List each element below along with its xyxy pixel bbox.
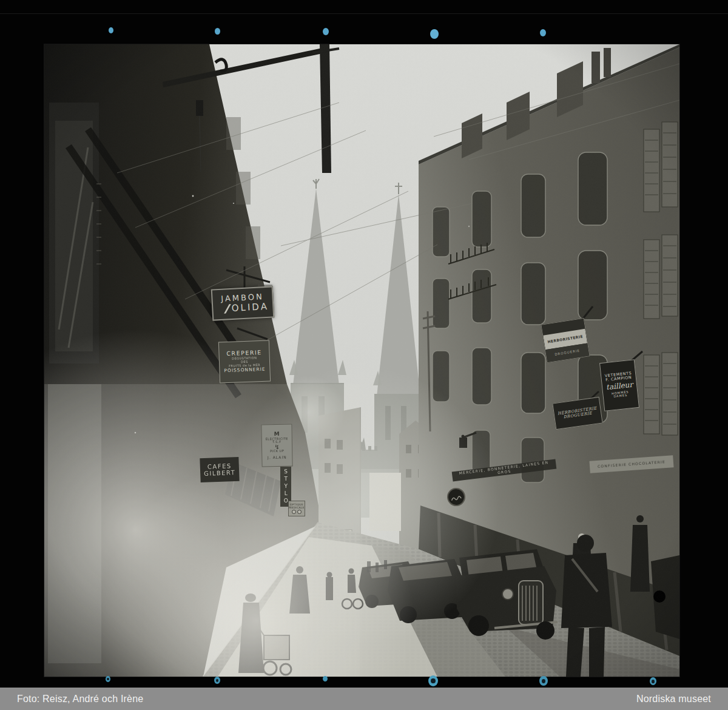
jambon-olida-sign: JAMBON OLIDA bbox=[211, 286, 275, 320]
caption-bar: Foto: Reisz, André och Irène Nordiska mu… bbox=[0, 688, 728, 710]
herboristerie-upper-sign: HERBORISTERIE DROGUERIE bbox=[541, 318, 590, 363]
registration-dot bbox=[215, 28, 220, 35]
script-squiggle bbox=[451, 495, 462, 503]
registration-dot bbox=[109, 27, 113, 33]
electricite-sign: M ELECTRICITE T.S.F ↯ PICK UP J. ALAIN bbox=[261, 424, 292, 467]
spectacles-icon bbox=[292, 510, 302, 514]
archive-credit: Nordiska museet bbox=[636, 694, 711, 705]
olida-slash-icon bbox=[224, 304, 232, 314]
vetements-campion-sign: VETEMENTS F. CAMPION tailleur HOMMES DAM… bbox=[599, 359, 639, 411]
film-scratch bbox=[0, 13, 728, 14]
cafes-gilbert-sign: CAFES GILBERT bbox=[200, 457, 239, 482]
registration-dot bbox=[323, 676, 328, 681]
film-artifacts bbox=[44, 44, 679, 677]
sign-text: MEDICALE bbox=[289, 506, 305, 509]
sign-text: POISSONNERIE bbox=[224, 367, 265, 374]
scanned-negative-frame: JAMBON OLIDA CREPERIE DEGUSTATION DES FR… bbox=[0, 0, 728, 710]
photo-credit: Foto: Reisz, André och Irène bbox=[17, 694, 143, 705]
registration-dot bbox=[539, 676, 548, 686]
creperie-sign: CREPERIE DEGUSTATION DES FRUITS de la ME… bbox=[218, 340, 271, 384]
optique-sign: OPTIQUE MEDICALE bbox=[288, 501, 305, 516]
street-scene bbox=[44, 44, 679, 677]
sign-text: OLIDA bbox=[231, 302, 269, 314]
registration-dot bbox=[106, 676, 110, 682]
registration-dot bbox=[430, 29, 439, 39]
registration-dot bbox=[323, 28, 329, 35]
photograph: JAMBON OLIDA CREPERIE DEGUSTATION DES FR… bbox=[44, 44, 679, 677]
registration-dot bbox=[428, 675, 438, 686]
sign-text: DAMES bbox=[613, 394, 627, 399]
sign-text: GILBERT bbox=[204, 469, 236, 477]
registration-dot bbox=[540, 29, 546, 36]
registration-dot bbox=[650, 677, 656, 685]
sign-text: J. ALAIN bbox=[268, 456, 287, 460]
registration-dot bbox=[214, 677, 220, 684]
sign-text: PICK UP bbox=[270, 450, 284, 453]
